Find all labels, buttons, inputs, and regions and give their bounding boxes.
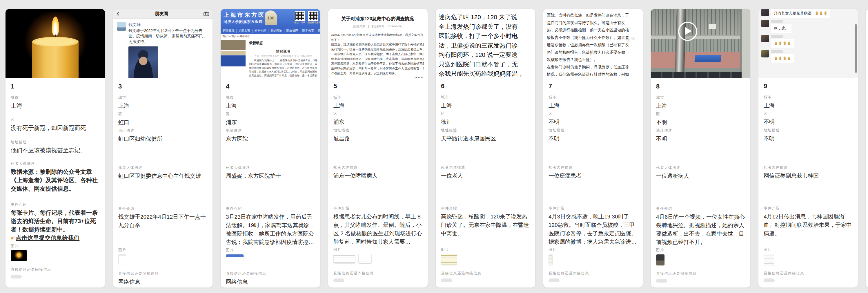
submit-info-link[interactable]: 点击这里提交信息给我们 [16, 235, 80, 241]
field-deceased: 死者大体描述 数据来源：被删除的公众号文章《上海逝者》及其评论区、各种社交媒体、… [11, 161, 100, 202]
field-label-image: 图片 [549, 247, 638, 253]
card-body: 5 城市 上海 区 浦东 地址描述 航昌路 死者大体描述 浦东一位哮喘病人 事件… [328, 82, 428, 282]
chat-message-row [761, 35, 854, 48]
field-label-city: 城市 [333, 95, 423, 100]
field-deceased: 死者大体描述 网信证券副总裁韦桂国 [764, 165, 852, 206]
card-title-number: 5 [333, 82, 423, 90]
field-deceased: 死者大体描述 一位癌症患者 [549, 165, 638, 206]
attachment-thumbnail[interactable] [226, 254, 244, 261]
gallery-card[interactable]: 上海市东方医院同济大学附属东方医院100微信二维码患者移动服务平台医院概况名医名… [220, 9, 320, 288]
field-label-address: 地址描述 [226, 128, 315, 133]
field-value-address: 东方医院 [226, 135, 315, 143]
blue-awning [694, 55, 722, 62]
chat-bubble: 只有其女儿眼见其病逝... [771, 9, 830, 18]
card-title-number: 1 [11, 82, 100, 90]
report-title: 关于对浦东120急救中心的调查情况 [331, 16, 424, 22]
pray-emoji-icon [787, 56, 791, 60]
field-value-city: 上海 [333, 101, 423, 110]
field-source: 直接信息还是间接信息 [764, 271, 852, 282]
card-title-number: 8 [656, 82, 745, 90]
field-deceased: 死者大体描述 虹口区卫健委信息中心主任钱文雄 [118, 165, 207, 206]
avatar [761, 9, 769, 16]
gallery-card-partial[interactable] [866, 9, 868, 288]
card-body: 1 城市 上海 区 没有死于新冠，却因新冠而死 地址描述 他们不应该被漠视甚至忘… [5, 82, 105, 279]
card-cover-image[interactable]: 迷病危了叫 120，120 来了说全上海发热门诊都关了，没有医院接收，打了一个多… [436, 9, 535, 78]
scrollbar[interactable] [855, 24, 857, 73]
avatar [761, 35, 769, 42]
field-value-district: 不明 [656, 118, 745, 126]
card-cover-image[interactable]: 关于对浦东120急救中心的调查情况【信息来源：】【信息时间：2022-03-31… [328, 9, 428, 78]
report-line: 如下： [331, 37, 424, 42]
field-label-address: 地址描述 [11, 140, 100, 145]
card-title-number: 6 [441, 82, 530, 90]
field-label-image: 图片 [764, 247, 852, 253]
attachment-thumbnail[interactable] [358, 254, 372, 264]
screenshot-text-line: 奈我只能先买药给我妈妈降温， [439, 69, 535, 78]
metal-pole [675, 9, 686, 78]
field-address: 地址描述 天平路街道永康居民区 [441, 128, 530, 143]
screenshot-text-line: 只送到医院门口就不管了，无 [439, 60, 535, 69]
field-value-deceased: 一位老人 [441, 171, 530, 180]
field-value-source: 网络信息 [226, 277, 315, 286]
attachment-thumbnail[interactable] [764, 254, 774, 266]
gallery-card[interactable]: 关于对浦东120急救中心的调查情况【信息来源：】【信息时间：2022-03-31… [328, 9, 428, 288]
field-district: 区 浦东 [226, 112, 315, 126]
field-label-city: 城市 [656, 95, 745, 100]
gallery-card[interactable]: 只有其女儿眼见其病逝...啊，这。 9 城市 上海 区 不明 地址描述 不明 死… [758, 9, 858, 288]
report-line: 情况后，现场核酸检测的医务人员已奔赴其家中进行了数十分钟的紧急抢救， [331, 42, 424, 47]
field-label-event: 事件介绍 [764, 206, 852, 211]
hospital-nav: 医院概况名医名家科室介绍党建园地医政管理医学教育医学研究国际交流护理风采医务社工 [221, 27, 320, 34]
card-cover-image[interactable] [5, 9, 105, 78]
field-label-source: 直接信息还是间接信息 [333, 271, 423, 276]
gallery-card[interactable]: 迷病危了叫 120，120 来了说全上海发热门诊都关了，没有医院接收，打了一个多… [435, 9, 535, 288]
pray-emoji-icon [819, 11, 823, 15]
gallery-card[interactable]: 医院。当时有些低烧，但是发热门诊在消杀，于是在门口的黑夜里等待了很久。可是由于有… [543, 9, 643, 288]
screenshot-text-line: 是在门口的黑夜里等待了很久。可是由于有发 [547, 19, 643, 27]
card-body: 4 城市 上海 区 浦东 地址描述 东方医院 死者大体描述 周盛妮，东方医院护士… [221, 82, 320, 286]
play-icon[interactable] [678, 22, 697, 41]
field-label-image: 图片 [226, 248, 315, 253]
field-value-deceased: 周盛妮，东方医院护士 [226, 172, 315, 180]
gallery-card[interactable]: 8 城市 上海 区 不明 地址描述 不明 死者大体描述 一位透析病人 事件介绍 … [651, 9, 751, 288]
field-label-district: 区 [656, 112, 745, 117]
attachment-thumbnail[interactable] [333, 254, 355, 264]
field-city: 城市 上海 [549, 95, 638, 110]
field-label-city: 城市 [441, 95, 530, 100]
card-cover-image[interactable] [651, 9, 750, 78]
qr-code: 患者移动服务平台 [308, 11, 318, 24]
field-label-district: 区 [549, 111, 638, 116]
dark-windows-row [651, 72, 742, 78]
attachment-thumbnails [226, 254, 315, 261]
card-cover-image[interactable]: 只有其女儿眼见其病逝...啊，这。 [758, 9, 858, 78]
card-gallery: 1 城市 上海 区 没有死于新冠，却因新冠而死 地址描述 他们不应该被漠视甚至忘… [0, 0, 868, 288]
attachment-thumbnail[interactable] [441, 254, 457, 265]
gallery-card[interactable]: 朋友圈钱文雄钱文雄于2022年4月12日下午一点十九分去世。疫情期间一切从简。家… [113, 9, 213, 288]
screenshot-text-line: 医院接收，打了一个多小时电 [439, 31, 535, 41]
field-label-source: 直接信息还是间接信息 [118, 271, 207, 276]
field-address: 地址描述 东方医院 [226, 128, 315, 143]
moments-post: 钱文雄钱文雄于2022年4月12日下午一点十九分去世。疫情期间一切从简。家属目前… [113, 19, 213, 78]
field-label-address: 地址描述 [656, 128, 745, 133]
field-label-event: 事件介绍 [441, 206, 530, 211]
card-cover-image[interactable]: 上海市东方医院同济大学附属东方医院100微信二维码患者移动服务平台医院概况名医名… [221, 9, 320, 78]
field-value-city: 上海 [549, 101, 638, 110]
pray-emoji-icon [787, 41, 791, 45]
chat-bubble [771, 54, 794, 63]
screenshot-text-line: 迷病危了叫 120，120 来了说 [439, 12, 535, 22]
field-value-event: 4月12日传出消息，韦桂国因脑溢血、封控期间联系救治未果，于家中病逝。 [764, 212, 852, 238]
card-cover-image[interactable]: 医院。当时有些低烧，但是发热门诊在消杀，于是在门口的黑夜里等待了很久。可是由于有… [543, 9, 643, 78]
field-image: 图片 [764, 247, 852, 271]
attachment-thumbnail[interactable] [118, 254, 126, 265]
field-label-image: 图片 [118, 248, 207, 253]
card-cover-image[interactable]: 朋友圈钱文雄钱文雄于2022年4月12日下午一点十九分去世。疫情期间一切从简。家… [113, 9, 213, 78]
gallery-card[interactable]: 1 城市 上海 区 没有死于新冠，却因新冠而死 地址描述 他们不应该被漠视甚至忘… [5, 9, 105, 288]
attachment-thumbnail[interactable] [656, 254, 665, 266]
anniversary-badge: 100 [265, 10, 277, 25]
field-value-address: 他们不应该被漠视甚至忘记。 [11, 146, 100, 155]
field-label-source: 直接信息还是间接信息 [549, 271, 638, 276]
attachment-thumbnail[interactable] [549, 254, 553, 265]
attachment-thumbnail[interactable] [11, 250, 27, 261]
screenshot-text-line: 热，必须进行核酸检测，前一天在小区里做的核 [547, 26, 643, 34]
field-label-event: 事件介绍 [226, 206, 315, 211]
hospital-sidebar [221, 39, 246, 78]
